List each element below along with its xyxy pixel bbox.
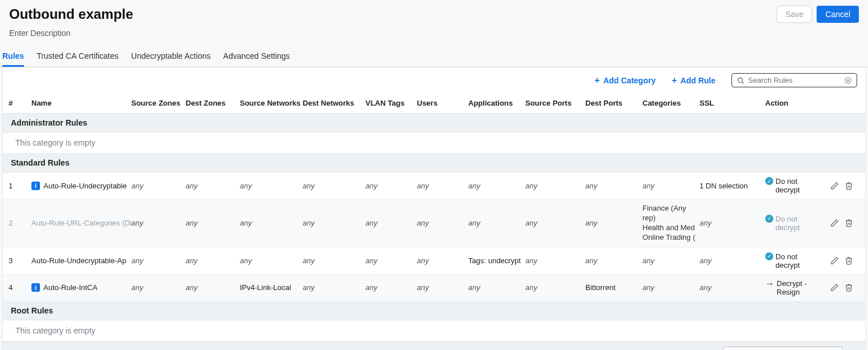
rule-num: 1 — [9, 182, 31, 190]
src-nets: any — [240, 256, 303, 265]
col-src-nets: Source Networks — [240, 99, 303, 107]
apps: Tags: undecrypt — [468, 256, 525, 265]
edit-icon[interactable] — [830, 182, 839, 190]
dst-nets: any — [303, 182, 365, 190]
src-ports: any — [525, 219, 585, 227]
users: any — [417, 283, 468, 292]
row-actions — [822, 219, 857, 227]
add-category-label: Add Category — [603, 76, 656, 85]
col-dst-nets: Dest Networks — [303, 99, 365, 107]
col-apps: Applications — [468, 99, 525, 107]
col-cats: Categories — [642, 99, 700, 107]
delete-icon[interactable] — [845, 256, 853, 265]
clear-search-icon[interactable] — [844, 77, 852, 85]
rule-name: Auto-Rule-Undecryptable-Ap — [31, 256, 131, 265]
col-src-zones: Source Zones — [131, 99, 186, 107]
categories: any — [642, 182, 700, 190]
table-row[interactable]: 2Auto-Rule-URL-Categories (Disabled)anya… — [3, 199, 865, 248]
apps: any — [468, 283, 525, 292]
col-users: Users — [417, 99, 468, 107]
page-title: Outbound example — [9, 6, 133, 22]
plus-icon: + — [672, 76, 677, 85]
users: any — [417, 219, 468, 227]
delete-icon[interactable] — [845, 219, 853, 227]
dst-ports: Bittorrent — [585, 283, 642, 292]
info-icon[interactable]: i — [31, 283, 40, 292]
action-cell: ✓Do not decrypt — [765, 177, 822, 194]
dst-zones: any — [186, 219, 240, 227]
vlan: any — [365, 256, 417, 265]
rule-name-text: Auto-Rule-Undecryptable — [43, 182, 127, 190]
tab-rules[interactable]: Rules — [2, 47, 24, 67]
table-row[interactable]: 4iAuto-Rule-IntCAanyanyIPv4-Link-Localan… — [3, 275, 865, 301]
action-cell: ✓Do not decrypt — [765, 252, 822, 269]
add-category-button[interactable]: + Add Category — [594, 76, 656, 85]
rule-name: iAuto-Rule-IntCA — [31, 283, 131, 292]
vlan: any — [365, 283, 417, 292]
dst-ports: any — [585, 219, 642, 227]
save-button[interactable]: Save — [777, 6, 812, 23]
dst-zones: any — [186, 283, 240, 292]
category-standard: Standard Rules — [3, 154, 865, 172]
src-zones: any — [131, 283, 186, 292]
src-ports: any — [525, 283, 585, 292]
action-text: Decrypt - Resign — [777, 279, 822, 296]
rule-name-text: Auto-Rule-Undecryptable-Ap — [31, 256, 126, 265]
dst-zones: any — [186, 256, 240, 265]
row-actions — [822, 182, 857, 190]
src-nets: any — [240, 219, 303, 227]
rule-num: 4 — [9, 283, 31, 292]
col-src-ports: Source Ports — [525, 99, 585, 107]
categories: any — [642, 256, 700, 265]
table-row[interactable]: 1iAuto-Rule-Undecryptableanyanyanyanyany… — [3, 172, 865, 199]
edit-icon[interactable] — [830, 256, 839, 265]
col-action: Action — [765, 99, 822, 107]
svg-point-0 — [738, 78, 742, 82]
table-header: # Name Source Zones Dest Zones Source Ne… — [3, 93, 865, 114]
category-empty: This category is empty — [3, 320, 865, 341]
action-cell: →Decrypt - Resign — [765, 279, 822, 296]
search-input-wrap[interactable] — [732, 73, 857, 87]
users: any — [417, 256, 468, 265]
rule-name-text: Auto-Rule-URL-Categories (Disabled) — [31, 219, 131, 227]
src-nets: any — [240, 182, 303, 190]
table-row[interactable]: 3Auto-Rule-Undecryptable-Apanyanyanyanya… — [3, 248, 865, 275]
src-ports: any — [525, 182, 585, 190]
tab-advanced-settings[interactable]: Advanced Settings — [223, 47, 290, 67]
action-text: Do not decrypt — [775, 252, 822, 269]
edit-icon[interactable] — [830, 219, 839, 227]
rule-name: Auto-Rule-URL-Categories (Disabled) — [31, 219, 131, 227]
src-zones: any — [131, 256, 186, 265]
col-dst-zones: Dest Zones — [186, 99, 240, 107]
svg-line-1 — [742, 82, 744, 83]
description-placeholder[interactable]: Enter Description — [0, 25, 868, 47]
search-input[interactable] — [745, 76, 844, 85]
row-actions — [822, 256, 857, 265]
check-icon: ✓ — [765, 215, 773, 223]
users: any — [417, 182, 468, 190]
src-zones: any — [131, 182, 186, 190]
apps: any — [468, 182, 525, 190]
src-ports: any — [525, 256, 585, 265]
info-icon[interactable]: i — [31, 182, 40, 190]
add-rule-button[interactable]: + Add Rule — [672, 76, 716, 85]
tab-trusted-ca-certificates[interactable]: Trusted CA Certificates — [37, 47, 118, 67]
cancel-button[interactable]: Cancel — [817, 6, 859, 23]
check-icon: ✓ — [765, 252, 773, 260]
delete-icon[interactable] — [845, 182, 853, 190]
edit-icon[interactable] — [830, 283, 839, 292]
rule-name-text: Auto-Rule-IntCA — [43, 283, 98, 292]
dst-nets: any — [303, 256, 365, 265]
src-zones: any — [131, 219, 186, 227]
dst-nets: any — [303, 283, 365, 292]
rule-num: 2 — [9, 219, 31, 227]
category-empty: This category is empty — [3, 132, 865, 154]
ssl: 1 DN selection — [700, 182, 765, 190]
default-action-select[interactable]: Do not decrypt — [723, 347, 843, 350]
tab-undecryptable-actions[interactable]: Undecryptable Actions — [131, 47, 211, 67]
src-nets: IPv4-Link-Local — [240, 283, 303, 292]
delete-icon[interactable] — [845, 283, 853, 292]
vlan: any — [365, 219, 417, 227]
col-dst-ports: Dest Ports — [585, 99, 642, 107]
rule-name: iAuto-Rule-Undecryptable — [31, 182, 131, 190]
